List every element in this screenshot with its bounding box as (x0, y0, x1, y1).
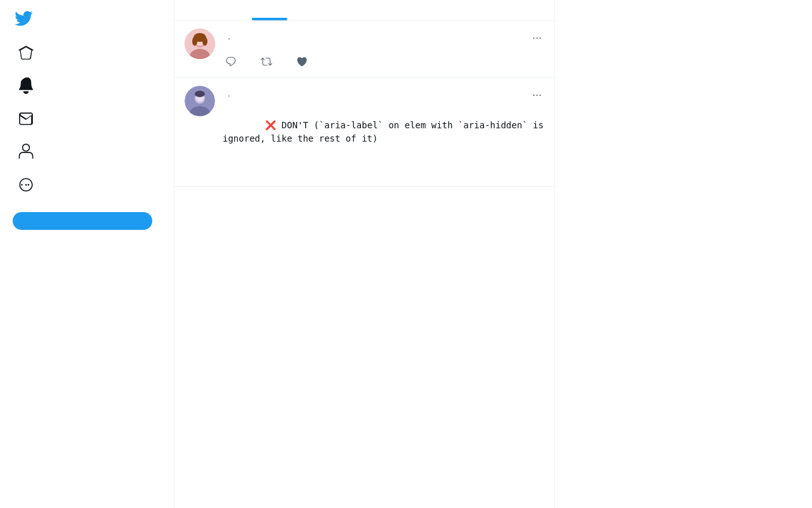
avatar-ana-img (185, 86, 215, 116)
sidebar (0, 0, 174, 508)
sidebar-item-messages[interactable] (8, 103, 166, 135)
tweet2-header: · ··· (223, 86, 544, 104)
tweet-jessica: · ··· (174, 21, 554, 78)
reply-icon (225, 56, 237, 67)
home-icon (18, 44, 34, 61)
tweet1-author: · (223, 32, 233, 43)
avatar-jessica (185, 29, 215, 59)
tweet1-retweet-button[interactable] (258, 53, 278, 70)
mail-icon (18, 110, 34, 127)
sidebar-item-more[interactable] (8, 169, 166, 201)
retweet-icon (261, 56, 272, 67)
tweet2-text: ❌ DON'T (`aria-label` on elem with `aria… (223, 105, 544, 172)
person-icon (18, 144, 34, 160)
tweet-ana: · ··· ❌ DON'T (`aria-label` on elem with… (174, 78, 554, 187)
tab-retweets[interactable] (365, 0, 555, 20)
feed-tabs (174, 0, 554, 21)
avatar-jessica-img (185, 29, 215, 59)
svg-point-5 (192, 37, 197, 46)
tweet2-more-button[interactable]: ··· (530, 86, 544, 104)
sidebar-item-home[interactable] (8, 37, 166, 69)
svg-point-11 (195, 91, 205, 97)
main-feed: · ··· (174, 0, 555, 508)
sidebar-item-profile[interactable] (8, 136, 166, 168)
avatar-ana (185, 86, 215, 116)
account-menu-dots[interactable] (8, 483, 28, 498)
tab-following[interactable] (174, 0, 365, 20)
tweet-button[interactable] (13, 212, 152, 230)
tweet1-header: · ··· (223, 29, 544, 47)
bell-icon (18, 77, 34, 94)
tweet1-body: · ··· (223, 29, 544, 70)
tweet1-more-button[interactable]: ··· (530, 29, 544, 47)
twitter-logo[interactable] (8, 3, 39, 34)
sidebar-item-notifications[interactable] (8, 70, 166, 102)
tweet1-reply-button[interactable] (223, 53, 243, 70)
tweet1-like-button[interactable] (294, 53, 314, 70)
heart-icon (296, 56, 308, 67)
twitter-bird-icon (14, 9, 33, 28)
tweet2-author: · (223, 90, 233, 100)
svg-point-6 (202, 37, 207, 46)
more-circle-icon (18, 177, 34, 193)
tweet2-body: · ··· ❌ DON'T (`aria-label` on elem with… (223, 86, 544, 178)
tweet1-actions (223, 53, 544, 70)
